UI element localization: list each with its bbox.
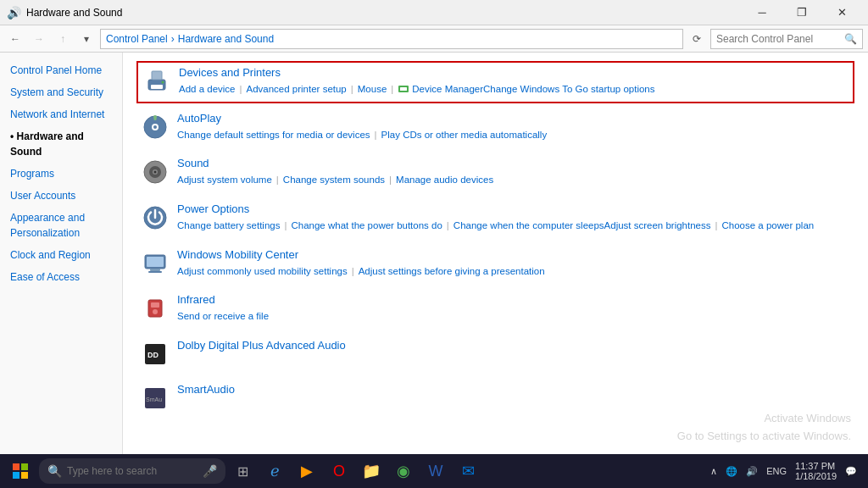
- link-adjust-presentation[interactable]: Adjust settings before giving a presenta…: [359, 263, 545, 280]
- sound-title[interactable]: Sound: [177, 157, 209, 169]
- category-sound: Sound Adjust system volume | Change syst…: [136, 152, 854, 194]
- recent-button[interactable]: ▾: [76, 29, 97, 49]
- link-manage-audio[interactable]: Manage audio devices: [396, 171, 493, 189]
- tray-volume[interactable]: 🔊: [743, 464, 760, 479]
- svg-rect-2: [152, 71, 162, 80]
- svg-rect-21: [151, 302, 159, 308]
- sidebar-item-system-security[interactable]: System and Security: [0, 81, 122, 103]
- sidebar-item-control-panel-home[interactable]: Control Panel Home: [0, 59, 122, 81]
- vlc-icon[interactable]: ▶: [292, 456, 322, 486]
- svg-rect-5: [400, 87, 407, 91]
- mobility-title[interactable]: Windows Mobility Center: [177, 248, 298, 261]
- chrome-icon[interactable]: ◉: [388, 456, 419, 486]
- mobility-links: Adjust commonly used mobility settings |…: [177, 263, 851, 280]
- svg-rect-27: [13, 463, 19, 470]
- breadcrumb-separator: ›: [171, 33, 175, 45]
- search-box: 🔍: [710, 29, 863, 49]
- search-input[interactable]: [716, 33, 844, 45]
- sidebar-item-user-accounts[interactable]: User Accounts: [0, 185, 122, 207]
- restore-button[interactable]: ❐: [782, 0, 821, 25]
- link-change-sounds[interactable]: Change system sounds: [283, 171, 385, 189]
- taskbar-search-input[interactable]: [67, 465, 198, 477]
- main-layout: Control Panel Home System and Security N…: [0, 53, 868, 454]
- tray-clock: 11:37 PM 1/18/2019: [793, 459, 839, 483]
- microphone-icon: 🎤: [203, 464, 217, 478]
- sidebar-item-appearance[interactable]: Appearance and Personalization: [0, 207, 122, 244]
- opera-icon[interactable]: O: [324, 456, 354, 486]
- link-windows-togo[interactable]: Change Windows To Go startup options: [483, 80, 654, 98]
- notification-button[interactable]: 💬: [843, 464, 860, 479]
- sound-icon: [140, 157, 170, 187]
- start-button[interactable]: [3, 456, 37, 486]
- smartaudio-title[interactable]: SmartAudio: [177, 383, 235, 396]
- category-smartaudio: SmAu SmartAudio: [136, 378, 854, 419]
- autoplay-title[interactable]: AutoPlay: [177, 112, 221, 125]
- devices-printers-title[interactable]: Devices and Printers: [179, 66, 281, 79]
- power-icon: [140, 202, 170, 233]
- sidebar-item-ease-of-access[interactable]: Ease of Access: [0, 266, 122, 288]
- sidebar-item-programs[interactable]: Programs: [0, 163, 122, 185]
- devices-printers-links: Add a device | Advanced printer setup | …: [179, 80, 849, 98]
- tray-chevron[interactable]: ∧: [708, 464, 720, 479]
- link-device-manager[interactable]: Device Manager: [412, 80, 483, 98]
- close-button[interactable]: ✕: [822, 0, 861, 25]
- back-button[interactable]: ←: [5, 29, 25, 49]
- category-autoplay: AutoPlay Change default settings for med…: [136, 107, 854, 149]
- devices-printers-icon: [142, 66, 172, 97]
- breadcrumb-root[interactable]: Control Panel: [106, 33, 168, 45]
- word-icon[interactable]: W: [420, 456, 451, 486]
- link-send-receive[interactable]: Send or receive a file: [177, 308, 269, 325]
- link-play-cds[interactable]: Play CDs or other media automatically: [381, 126, 548, 144]
- up-button[interactable]: ↑: [53, 29, 73, 49]
- svg-rect-29: [13, 472, 19, 479]
- link-advanced-printer[interactable]: Advanced printer setup: [247, 80, 347, 98]
- edge-icon[interactable]: ℯ: [259, 456, 290, 486]
- sidebar-item-network-internet[interactable]: Network and Internet: [0, 103, 122, 125]
- sidebar-item-clock[interactable]: Clock and Region: [0, 244, 122, 266]
- link-adjust-mobility[interactable]: Adjust commonly used mobility settings: [177, 263, 348, 280]
- power-title[interactable]: Power Options: [177, 202, 249, 215]
- dolby-title[interactable]: Dolby Digital Plus Advanced Audio: [177, 339, 346, 352]
- svg-point-3: [162, 81, 164, 84]
- category-infrared: Infrared Send or receive a file: [136, 288, 854, 330]
- tray-network[interactable]: 🌐: [723, 464, 740, 479]
- autoplay-icon: [140, 112, 170, 142]
- link-power-plan[interactable]: Choose a power plan: [722, 217, 815, 235]
- autoplay-links: Change default settings for media or dev…: [177, 126, 851, 144]
- link-adjust-volume[interactable]: Adjust system volume: [177, 171, 272, 189]
- infrared-links: Send or receive a file: [177, 308, 851, 325]
- link-brightness[interactable]: Adjust screen brightness: [604, 217, 711, 235]
- svg-rect-18: [150, 269, 160, 271]
- folder-icon[interactable]: 📁: [356, 456, 387, 486]
- smartaudio-info: SmartAudio: [177, 383, 851, 397]
- taskbar-search-box[interactable]: 🔍 🎤: [39, 458, 225, 484]
- link-change-sleep[interactable]: Change when the computer sleeps: [453, 217, 604, 235]
- link-power-buttons[interactable]: Change what the power buttons do: [291, 217, 442, 235]
- taskbar: 🔍 🎤 ⊞ ℯ ▶ O 📁 ◉ W ✉ ∧ 🌐 🔊 ENG 11:37 PM 1…: [0, 454, 868, 488]
- category-dolby: DD Dolby Digital Plus Advanced Audio: [136, 334, 854, 374]
- sidebar: Control Panel Home System and Security N…: [0, 53, 123, 454]
- svg-rect-1: [151, 85, 163, 89]
- infrared-title[interactable]: Infrared: [177, 293, 215, 306]
- link-mouse[interactable]: Mouse: [358, 80, 387, 98]
- svg-rect-19: [148, 271, 162, 273]
- forward-button[interactable]: →: [29, 29, 49, 49]
- mobility-info: Windows Mobility Center Adjust commonly …: [177, 248, 851, 280]
- smartaudio-icon: SmAu: [140, 383, 170, 413]
- sidebar-item-hardware-sound: Hardware and Sound: [0, 125, 122, 163]
- autoplay-info: AutoPlay Change default settings for med…: [177, 112, 851, 144]
- sound-info: Sound Adjust system volume | Change syst…: [177, 157, 851, 189]
- link-change-battery[interactable]: Change battery settings: [177, 217, 280, 235]
- svg-rect-10: [154, 116, 157, 120]
- content-area: Devices and Printers Add a device | Adva…: [123, 53, 868, 454]
- refresh-button[interactable]: ⟳: [687, 29, 707, 49]
- mail-icon[interactable]: ✉: [453, 456, 483, 486]
- taskbar-search-icon: 🔍: [47, 464, 62, 478]
- task-view-button[interactable]: ⊞: [227, 456, 258, 486]
- breadcrumb: Control Panel › Hardware and Sound: [100, 29, 683, 49]
- link-change-default[interactable]: Change default settings for media or dev…: [177, 126, 370, 144]
- minimize-button[interactable]: ─: [743, 0, 782, 25]
- tray-language[interactable]: ENG: [764, 464, 789, 478]
- power-links: Change battery settings | Change what th…: [177, 217, 851, 235]
- link-add-device[interactable]: Add a device: [179, 80, 236, 98]
